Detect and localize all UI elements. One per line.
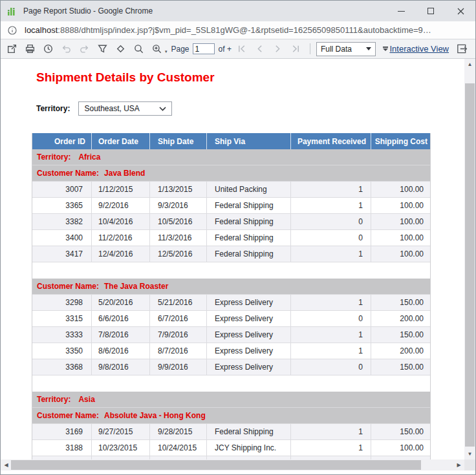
- table-cell: 100.00: [371, 182, 430, 197]
- table-cell: Federal Shipping: [206, 230, 290, 246]
- address-bar[interactable]: localhost:8888/dhtmljsp/index.jsp?j$vm_p…: [1, 21, 475, 39]
- table-cell: United Packing: [206, 182, 290, 197]
- filter-button[interactable]: [96, 43, 108, 55]
- table-cell: Federal Shipping: [206, 214, 290, 229]
- collapse-icon: [383, 47, 388, 48]
- url-text: localhost:8888/dhtmljsp/index.jsp?j$vm_p…: [25, 25, 431, 35]
- table-cell: 6/7/2016: [149, 311, 206, 326]
- print-button[interactable]: [24, 43, 36, 55]
- history-button[interactable]: [42, 43, 54, 55]
- table-cell: 1: [290, 327, 371, 343]
- table-cell: 9/9/2016: [149, 359, 206, 375]
- table-cell: 3333: [32, 327, 91, 343]
- column-header: Order ID: [32, 133, 91, 149]
- table-row: 338210/4/201610/5/2016Federal Shipping01…: [32, 214, 430, 230]
- maximize-icon: [427, 8, 434, 14]
- table-cell: 3315: [32, 311, 91, 326]
- app-chart-icon: [7, 6, 17, 16]
- table-cell: 9/3/2016: [149, 198, 206, 213]
- search-button[interactable]: [133, 43, 144, 55]
- view-mode-select[interactable]: Full Data: [316, 42, 376, 56]
- table-cell: 150.00: [371, 424, 430, 439]
- table-cell: 10/23/2015: [91, 440, 149, 456]
- zoom-button[interactable]: [151, 43, 162, 55]
- last-page-button[interactable]: [290, 43, 302, 55]
- table-cell: 1/13/2015: [149, 182, 206, 197]
- table-row: 33659/2/20169/3/2016Federal Shipping1100…: [32, 198, 430, 214]
- table-row: 33508/6/20168/7/2016Express Delivery1200…: [32, 343, 430, 359]
- scroll-down-icon[interactable]: ▼: [464, 449, 475, 459]
- next-page-button[interactable]: [272, 43, 284, 55]
- interactive-view-link[interactable]: Interactive View: [389, 44, 449, 54]
- report-title: Shipment Details by Customer: [36, 70, 464, 85]
- table-row: 33337/8/20167/9/2016Express Delivery1150…: [32, 327, 430, 343]
- zoom-dropdown-caret-icon[interactable]: ▾: [165, 49, 168, 54]
- territory-band-value: Africa: [78, 153, 100, 162]
- table-cell: Express Delivery: [206, 311, 290, 326]
- diamond-icon: [115, 43, 126, 54]
- minimize-icon: [398, 11, 405, 12]
- table-cell: Express Delivery: [206, 359, 290, 375]
- clock-icon: [43, 43, 54, 54]
- table-row: 318810/23/201510/24/2015JCY Shipping Inc…: [32, 440, 430, 456]
- table-cell: 6/6/2016: [91, 311, 149, 326]
- table-cell: 12/5/2016: [149, 246, 206, 262]
- table-cell: 1: [290, 246, 371, 262]
- scrollbar-corner: [464, 459, 475, 470]
- rotate-button[interactable]: [114, 43, 126, 55]
- territory-band: Territory:Africa: [32, 149, 430, 165]
- table-cell: 10/24/2015: [149, 440, 206, 456]
- report-page: Shipment Details by Customer Territory: …: [1, 59, 464, 459]
- vertical-scrollbar-thumb[interactable]: [465, 83, 475, 447]
- horizontal-scrollbar[interactable]: ◀ ▶: [1, 459, 464, 470]
- toolbar-separator: [310, 43, 310, 54]
- territory-band: Territory:Asia: [32, 392, 430, 408]
- page-number-input[interactable]: [193, 43, 215, 54]
- zoom-in-icon: [151, 43, 162, 54]
- redo-button[interactable]: [78, 43, 90, 55]
- territory-select[interactable]: Southeast, USA: [78, 101, 172, 116]
- table-cell: 1: [290, 440, 371, 456]
- undo-button[interactable]: [60, 43, 72, 55]
- minimize-button[interactable]: [386, 1, 416, 21]
- redo-icon: [79, 43, 90, 54]
- table-cell: 9/27/2015: [91, 424, 149, 439]
- column-header: Ship Date: [149, 133, 206, 149]
- table-cell: 100.00: [371, 198, 430, 213]
- scroll-right-icon[interactable]: ▶: [453, 459, 464, 470]
- first-page-button[interactable]: [236, 43, 248, 55]
- last-page-icon: [290, 43, 301, 54]
- customer-band-label: Customer Name:: [37, 282, 99, 291]
- table-cell: 9/2/2016: [91, 198, 149, 213]
- customer-band: Customer Name:Java Blend: [32, 165, 430, 182]
- table-cell: 3188: [32, 440, 91, 456]
- vertical-scrollbar[interactable]: ▲ ▼: [464, 59, 475, 459]
- table-cell: Federal Shipping: [206, 424, 290, 439]
- table-row: 32985/20/20165/21/2016Express Delivery11…: [32, 295, 430, 311]
- table-cell: 200.00: [371, 343, 430, 359]
- territory-band-label: Territory:: [37, 395, 70, 404]
- customer-band-value: Absolute Java - Hong Kong: [104, 411, 206, 420]
- territory-select-value: Southeast, USA: [84, 104, 159, 113]
- table-cell: 0: [290, 214, 371, 229]
- close-button[interactable]: [446, 1, 475, 21]
- window-title: Page Report Studio - Google Chrome: [23, 6, 386, 16]
- horizontal-scrollbar-thumb[interactable]: [11, 460, 421, 470]
- browser-window: Page Report Studio - Google Chrome local…: [0, 0, 476, 475]
- table-cell: 11/3/2016: [149, 230, 206, 246]
- url-host: localhost: [25, 25, 58, 35]
- go-interactive-button[interactable]: [456, 43, 468, 55]
- page-count-label: of +: [219, 45, 232, 54]
- table-row: 340011/2/201611/3/2016Federal Shipping01…: [32, 230, 430, 246]
- scroll-left-icon[interactable]: ◀: [1, 459, 12, 470]
- table-header-row: Order IDOrder DateShip DateShip ViaPayme…: [32, 133, 430, 149]
- url-rest: :8888/dhtmljsp/index.jsp?j$vm_pid=_5SL81…: [58, 25, 431, 35]
- export-button[interactable]: [6, 43, 17, 55]
- maximize-button[interactable]: [416, 1, 446, 21]
- table-cell: 200.00: [371, 311, 430, 326]
- scroll-up-icon[interactable]: ▲: [464, 59, 475, 70]
- open-in-view-icon: [456, 43, 468, 55]
- table-cell: 3400: [32, 230, 91, 246]
- collapse-toolbar-button[interactable]: [381, 45, 390, 54]
- prev-page-button[interactable]: [254, 43, 266, 55]
